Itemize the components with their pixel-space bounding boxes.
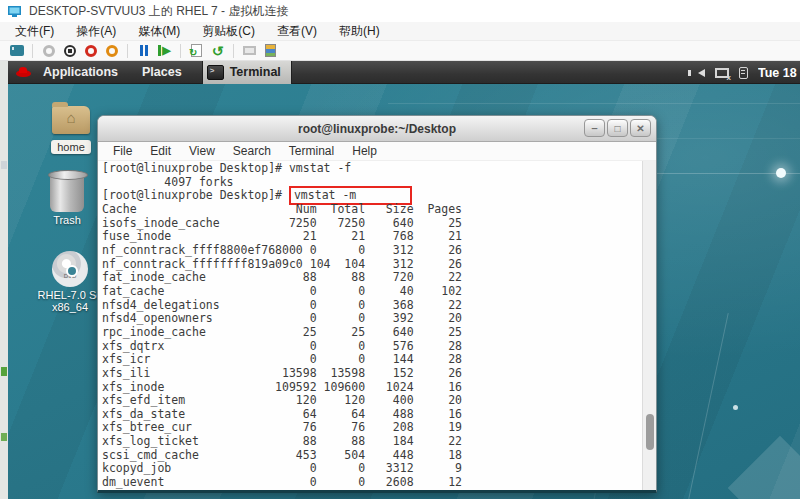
terminal-scrollbar[interactable] — [642, 161, 656, 490]
vm-desktop: Applications Places Terminal Tue 18 ⌂ ho… — [8, 61, 800, 499]
system-tray: Tue 18 — [698, 61, 800, 84]
turn-off-icon[interactable] — [61, 43, 78, 59]
vm-menu-item[interactable]: 文件(F) — [4, 23, 65, 40]
screen: DESKTOP-SVTVUU3 上的 RHEL 7 - 虚拟机连接 文件(F)操… — [0, 0, 800, 499]
vm-menu-item[interactable]: 媒体(M) — [127, 23, 191, 40]
terminal-menu-item[interactable]: Edit — [141, 144, 180, 158]
ctrl-alt-del-icon[interactable] — [8, 43, 25, 59]
terminal-menu-item[interactable]: File — [104, 144, 141, 158]
terminal-icon — [207, 65, 224, 80]
terminal-menu-item[interactable]: View — [180, 144, 224, 158]
start-icon[interactable] — [40, 43, 57, 59]
host-icon-fragment — [1, 433, 7, 441]
wallpaper-dot — [733, 405, 738, 410]
revert-icon[interactable]: ↺ — [209, 43, 226, 59]
terminal-window-controls: ‒ □ ✕ — [584, 119, 651, 137]
trash-icon-label: Trash — [53, 214, 81, 226]
vm-menu-item[interactable]: 操作(A) — [65, 23, 127, 40]
vm-toolbar: ▶ ↻ ↺ — [0, 41, 800, 61]
vm-menu-bar: 文件(F)操作(A)媒体(M)剪贴板(C)查看(V)帮助(H) — [0, 22, 800, 41]
dvd-icon-label-line1: RHEL-7.0 Se — [34, 289, 106, 301]
terminal-body[interactable]: [root@linuxprobe Desktop]# vmstat -f 409… — [98, 161, 656, 490]
toolbar-separator — [180, 44, 181, 58]
vm-window-title: DESKTOP-SVTVUU3 上的 RHEL 7 - 虚拟机连接 — [29, 3, 288, 20]
wallpaper-line — [388, 103, 800, 104]
desktop-icon-rhel-dvd[interactable]: DVD RHEL-7.0 Se x86_64 — [34, 251, 106, 313]
desktop-icon-trash[interactable]: Trash — [34, 174, 100, 226]
resume-icon[interactable]: ▶ — [156, 43, 173, 59]
maximize-button[interactable]: □ — [607, 119, 628, 137]
vm-menu-item[interactable]: 帮助(H) — [328, 23, 391, 40]
home-folder-icon: ⌂ — [52, 106, 90, 134]
host-icon-fragment — [1, 161, 7, 169]
vm-menu-item[interactable]: 查看(V) — [266, 23, 328, 40]
terminal-menu-item[interactable]: Help — [343, 144, 386, 158]
taskbar-terminal-label: Terminal — [230, 65, 281, 79]
terminal-menu-bar: FileEditViewSearchTerminalHelp — [98, 142, 656, 161]
terminal-titlebar[interactable]: root@linuxprobe:~/Desktop ‒ □ ✕ — [98, 116, 656, 142]
redhat-logo-icon[interactable] — [16, 67, 31, 78]
network-icon[interactable] — [715, 68, 729, 78]
dvd-disc-text: DVD — [52, 273, 88, 279]
home-icon-label: home — [51, 140, 91, 154]
wallpaper-line — [688, 313, 728, 499]
wallpaper-dot — [776, 168, 786, 178]
terminal-menu-item[interactable]: Search — [224, 144, 280, 158]
terminal-scrollbar-thumb[interactable] — [646, 414, 654, 450]
notes-icon[interactable] — [739, 67, 748, 79]
toolbar-separator — [32, 44, 33, 58]
vm-connection-titlebar: DESKTOP-SVTVUU3 上的 RHEL 7 - 虚拟机连接 — [0, 0, 800, 22]
host-icon-fragment — [1, 367, 7, 376]
dual-monitor-icon[interactable] — [241, 43, 258, 59]
hyperv-window-icon — [8, 5, 23, 18]
dvd-disc-icon: DVD — [52, 251, 88, 287]
gnome-top-bar: Applications Places Terminal Tue 18 — [8, 61, 800, 84]
enhanced-session-icon[interactable] — [262, 43, 279, 59]
pause-icon[interactable] — [135, 43, 152, 59]
taskbar-terminal-button[interactable]: Terminal — [202, 61, 292, 84]
host-desktop-strip — [0, 61, 8, 499]
toolbar-separator — [233, 44, 234, 58]
minimize-button[interactable]: ‒ — [584, 119, 605, 137]
clock-label[interactable]: Tue 18 — [758, 66, 800, 80]
places-menu[interactable]: Places — [130, 65, 194, 79]
close-button[interactable]: ✕ — [630, 119, 651, 137]
terminal-window: root@linuxprobe:~/Desktop ‒ □ ✕ FileEdit… — [97, 115, 657, 493]
applications-menu[interactable]: Applications — [31, 65, 130, 79]
terminal-menu-item[interactable]: Terminal — [280, 144, 343, 158]
save-icon[interactable] — [103, 43, 120, 59]
vm-menu-item[interactable]: 剪贴板(C) — [191, 23, 266, 40]
terminal-text-after: Cache Num Total Size Pages isofs_inode_c… — [102, 202, 462, 489]
terminal-title: root@linuxprobe:~/Desktop — [298, 122, 456, 136]
wallpaper-arrow — [728, 436, 800, 499]
checkpoint-icon[interactable]: ↻ — [188, 43, 205, 59]
shut-down-icon[interactable] — [82, 43, 99, 59]
volume-icon[interactable] — [698, 69, 705, 77]
dvd-icon-label-line2: x86_64 — [34, 301, 106, 313]
desktop-icon-home[interactable]: ⌂ home — [38, 106, 104, 154]
trash-icon — [50, 174, 84, 212]
toolbar-separator — [127, 44, 128, 58]
terminal-output: [root@linuxprobe Desktop]# vmstat -f 409… — [102, 162, 640, 490]
